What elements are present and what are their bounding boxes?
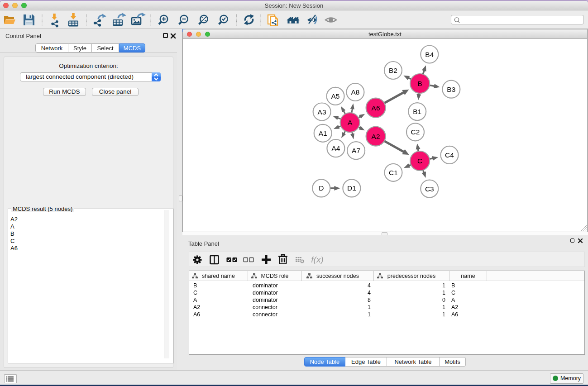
svg-text:A7: A7 — [352, 147, 360, 154]
svg-text:C2: C2 — [411, 128, 420, 136]
svg-text:A8: A8 — [351, 88, 359, 96]
svg-text:A6: A6 — [372, 104, 380, 112]
svg-text:A: A — [348, 119, 353, 126]
svg-text:C3: C3 — [425, 185, 434, 193]
svg-text:B3: B3 — [447, 86, 455, 93]
svg-text:C: C — [417, 157, 422, 165]
svg-text:C4: C4 — [445, 151, 454, 159]
svg-text:B4: B4 — [425, 51, 434, 58]
svg-text:A5: A5 — [331, 92, 340, 100]
svg-text:B: B — [417, 80, 422, 87]
svg-text:C1: C1 — [389, 169, 398, 176]
svg-text:A1: A1 — [319, 129, 327, 137]
svg-text:B2: B2 — [389, 67, 397, 74]
svg-text:A4: A4 — [331, 144, 340, 152]
svg-text:A2: A2 — [372, 133, 380, 140]
svg-text:f(x): f(x) — [311, 255, 323, 264]
svg-text:D1: D1 — [347, 184, 356, 192]
svg-text:A3: A3 — [318, 108, 326, 116]
svg-text:B1: B1 — [413, 108, 421, 115]
svg-text:D: D — [319, 184, 324, 192]
